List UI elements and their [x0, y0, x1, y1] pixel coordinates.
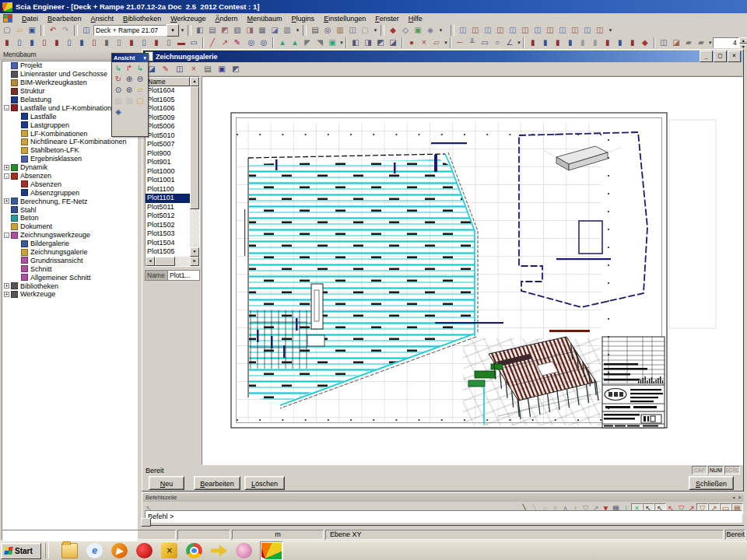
plot-row[interactable]: Plot5009 — [146, 114, 190, 123]
toolbar-icon[interactable]: ◫ — [658, 37, 670, 48]
command-input[interactable]: Befehl > — [145, 510, 742, 523]
tree-expander-icon[interactable]: + — [4, 283, 9, 289]
tree-item[interactable]: Beton — [2, 214, 137, 222]
toolbar-icon[interactable]: ▮ — [51, 37, 63, 48]
toolbar-icon[interactable]: ▯ — [113, 37, 125, 48]
load-panel-icon[interactable]: ◫ — [457, 25, 469, 36]
toolbar-icon[interactable]: ▮ — [125, 37, 138, 48]
tree-expander-icon[interactable] — [14, 156, 19, 162]
tree-expander-icon[interactable] — [4, 207, 9, 212]
toolbar-icon[interactable]: ✎ — [231, 37, 244, 48]
view-tool-icon[interactable]: ▱ — [135, 85, 146, 96]
toolbar-icon[interactable]: ▭ — [188, 37, 200, 48]
zoom-all-icon[interactable]: ⊛ — [124, 85, 135, 96]
toolbar-icon[interactable]: ▮ — [626, 37, 639, 48]
arrow-icon[interactable] — [210, 542, 228, 559]
tree-item[interactable]: Bildergalerie — [2, 240, 137, 248]
toolbar-overflow-icon[interactable]: ▼ — [372, 25, 379, 36]
menu-item[interactable]: Ändern — [211, 14, 243, 23]
vertical-scrollbar[interactable]: ▼ — [190, 86, 199, 257]
tree-expander-icon[interactable] — [14, 241, 19, 247]
toolbar-icon[interactable]: ▮ — [577, 37, 589, 48]
toolbar-overflow-icon[interactable]: ▼ — [294, 25, 301, 36]
toolbar-icon[interactable]: ↗ — [219, 37, 231, 48]
paint-icon[interactable] — [235, 542, 253, 559]
toolbar-icon[interactable]: ○ — [491, 37, 503, 48]
tree-item[interactable]: Nichtlineare LF-Kombinationen — [2, 138, 137, 146]
tree-item[interactable]: + Berechnung, FE-Netz — [2, 197, 137, 205]
toolbar-icon[interactable]: ◎ — [245, 37, 258, 48]
open-icon[interactable]: ▱ — [13, 25, 26, 36]
tree-item[interactable]: - Zeichnungswerkzeuge — [2, 231, 137, 240]
undo-icon[interactable]: ↶ — [47, 25, 59, 36]
plot-row[interactable]: Plot1606 — [146, 104, 190, 114]
gallery-icon[interactable]: ▥ — [334, 25, 346, 36]
toolbar-icon[interactable]: ▮ — [589, 37, 601, 48]
toolbar-icon[interactable]: ▣ — [326, 37, 338, 48]
toolbar-icon[interactable]: ◨ — [244, 25, 256, 36]
toolbar-icon[interactable]: ▮ — [539, 37, 552, 48]
toolbar-icon[interactable]: ◈ — [424, 25, 437, 36]
tree-item[interactable]: Stahl — [2, 205, 137, 214]
plot-row[interactable]: Plot5006 — [146, 122, 190, 131]
tree-expander-icon[interactable] — [14, 122, 19, 128]
toolbar-overflow-icon[interactable]: ▼ — [517, 37, 521, 48]
view-tool-icon[interactable]: ↳ — [113, 63, 124, 74]
toolbar-icon[interactable]: ▲ — [289, 37, 301, 48]
toolbar-icon[interactable]: ▣ — [412, 25, 424, 36]
view-palette-titlebar[interactable]: Ansicht ▾ — [112, 54, 148, 62]
toolbar-icon[interactable]: ◪ — [268, 25, 281, 36]
print-preview-icon[interactable]: ◎ — [321, 25, 334, 36]
plot-row[interactable]: Plot5007 — [146, 140, 190, 149]
close-icon[interactable]: × — [728, 51, 741, 62]
tree-expander-icon[interactable]: + — [4, 198, 9, 204]
tree-expander-icon[interactable] — [4, 215, 9, 221]
toolbar-icon[interactable]: ◥ — [314, 37, 326, 48]
menu-item[interactable]: Werkzeuge — [166, 14, 210, 23]
plot-row[interactable]: Plot5010 — [146, 131, 190, 141]
scrollbar-thumb[interactable] — [155, 257, 175, 266]
load-panel-icon[interactable]: ◫ — [581, 25, 594, 36]
tree-expander-icon[interactable] — [4, 63, 9, 68]
toolbar-icon[interactable]: ▰ — [682, 37, 695, 48]
menu-item[interactable]: Bibliotheken — [118, 14, 166, 23]
tree-expander-icon[interactable] — [4, 80, 9, 86]
chevron-down-icon[interactable]: ▾ — [143, 54, 146, 61]
horizontal-scrollbar[interactable]: ◄ ► — [146, 257, 199, 266]
redo-icon[interactable]: ↷ — [59, 25, 72, 36]
scroll-down-icon[interactable]: ▼ — [190, 247, 199, 257]
zoom-out-icon[interactable]: ⊖ — [135, 74, 146, 85]
tree-expander-icon[interactable]: - — [4, 233, 9, 238]
toolbar-icon[interactable]: ▯ — [63, 37, 75, 48]
tree-item[interactable]: Ergebnisklassen — [2, 155, 137, 163]
load-panel-icon[interactable]: ◫ — [507, 25, 519, 36]
plot-row[interactable]: Plot1502 — [146, 221, 190, 230]
print-icon[interactable]: ▤ — [309, 25, 321, 36]
view-tool-icon[interactable]: ▥ — [124, 96, 135, 107]
toolbar-icon[interactable]: ◩ — [374, 37, 387, 48]
tree-expander-icon[interactable] — [14, 190, 19, 195]
toolbar-icon[interactable]: ▢ — [359, 25, 371, 36]
view-tool-icon[interactable]: ↻ — [113, 74, 124, 85]
tree-expander-icon[interactable]: - — [4, 105, 9, 110]
toolbar-icon[interactable]: ◫ — [346, 25, 359, 36]
plot-row[interactable]: Plot1000 — [146, 167, 190, 177]
window-icon[interactable]: ◫ — [80, 25, 93, 36]
toolbar-icon[interactable]: ▦ — [256, 25, 268, 36]
menu-item[interactable]: Einstellungen — [319, 14, 370, 23]
tree-item[interactable]: + Bibliotheken — [2, 282, 137, 290]
menu-item[interactable]: Bearbeiten — [43, 14, 86, 23]
tree-item[interactable]: Absenzen — [2, 180, 137, 188]
save-icon[interactable]: ▣ — [215, 64, 229, 75]
load-panel-icon[interactable]: ◫ — [544, 25, 556, 36]
new-button[interactable]: Neu — [149, 476, 184, 490]
save-icon[interactable]: ▣ — [26, 25, 38, 36]
menu-item[interactable]: Menübaum — [243, 14, 287, 23]
explorer-icon[interactable] — [61, 542, 79, 559]
toolbar-icon[interactable]: ▱ — [430, 37, 443, 48]
toolbar-icon[interactable]: ▮ — [601, 37, 614, 48]
tree-item[interactable]: Stahlbeton-LFK — [2, 146, 137, 155]
toolbar-icon[interactable]: ◆ — [639, 37, 651, 48]
plot-row[interactable]: Plot1604 — [146, 86, 190, 96]
tree-item[interactable]: + Dynamik — [2, 163, 137, 172]
